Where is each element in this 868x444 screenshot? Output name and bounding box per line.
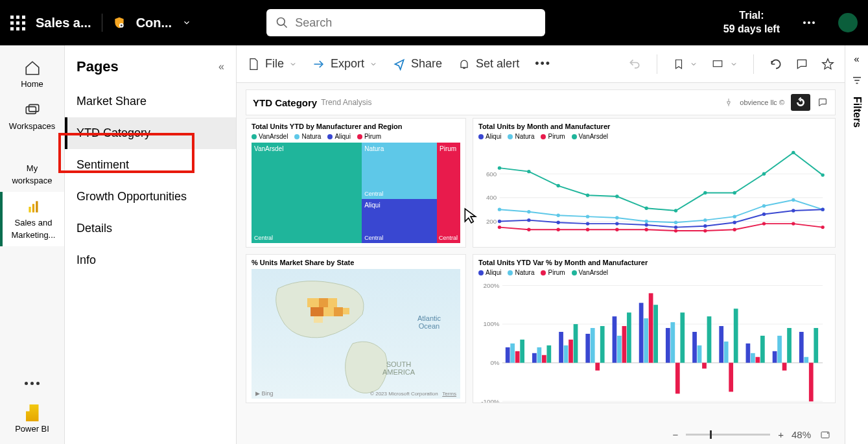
powerbi-icon [26,404,39,421]
svg-rect-157 [856,83,858,84]
svg-point-39 [821,173,824,176]
svg-point-32 [615,194,618,198]
collapse-icon[interactable]: « [218,61,224,73]
nav-home[interactable]: Home [0,53,64,95]
svg-point-37 [762,172,766,176]
page-sentiment[interactable]: Sentiment [65,149,236,181]
svg-text:100%: 100% [484,320,500,327]
svg-rect-99 [532,353,537,363]
svg-point-35 [703,191,707,194]
page-growth-opportunities[interactable]: Growth Opportunities [65,181,236,213]
viz-line-chart[interactable]: Total Units by Month and Manufacturer Al… [473,118,836,248]
avatar[interactable] [838,13,858,32]
svg-text:-100%: -100% [481,398,500,403]
svg-rect-140 [751,353,755,363]
sensitivity-label[interactable]: Con... [136,16,172,30]
svg-rect-111 [595,363,600,371]
svg-point-38 [792,151,795,154]
page-details[interactable]: Details [65,213,236,244]
map-svg [252,269,460,399]
filter-icon[interactable] [851,75,863,86]
page-info[interactable]: Info [65,244,236,276]
svg-point-43 [586,215,589,218]
svg-rect-146 [782,363,787,371]
page-ytd-category[interactable]: YTD Category [65,117,236,149]
top-bar: Sales a... Con... Trial: 59 days left [0,0,868,45]
zoom-value: 48% [792,429,811,440]
svg-rect-112 [600,326,605,363]
svg-text:200: 200 [486,218,497,225]
svg-point-42 [556,214,559,217]
star-icon[interactable] [821,58,834,71]
search-input[interactable] [295,16,536,30]
zoom-slider[interactable] [686,434,770,436]
svg-rect-95 [510,344,515,363]
svg-rect-6 [29,207,30,213]
svg-point-33 [644,207,648,210]
view-button[interactable] [710,58,738,70]
file-button[interactable]: File [247,57,297,71]
set-alert-button[interactable]: Set alert [458,57,519,71]
svg-point-74 [792,222,795,225]
svg-point-64 [498,226,501,229]
app-title[interactable]: Sales a... [36,16,91,30]
svg-point-55 [586,222,589,225]
svg-rect-8 [36,201,38,212]
svg-rect-122 [653,305,658,362]
more-icon[interactable] [803,21,815,24]
chevron-down-icon[interactable] [182,18,191,27]
svg-point-36 [733,191,736,194]
svg-point-60 [733,221,736,224]
fit-page-icon[interactable] [819,430,832,440]
zoom-out-button[interactable]: − [672,429,678,440]
filters-label[interactable]: Filters [851,97,863,128]
svg-rect-126 [675,363,680,394]
trial-status[interactable]: Trial: 59 days left [723,9,780,36]
report-canvas: YTD Category Trend Analysis obvience llc… [237,83,845,444]
share-icon [393,58,406,71]
viz-bar-chart[interactable]: Total Units YTD Var % by Month and Manuf… [473,254,836,403]
svg-point-154 [827,432,828,434]
svg-rect-4 [26,107,36,114]
sensitivity-shield-icon[interactable] [113,16,126,30]
terms-link[interactable]: Terms [442,391,456,397]
bookmark-button[interactable] [673,58,698,71]
nav-more-icon[interactable] [25,369,40,398]
nav-my-workspace[interactable]: My workspace [0,137,64,192]
svg-rect-147 [787,328,792,363]
svg-rect-115 [617,336,622,363]
bell-icon [458,58,471,71]
nav-workspaces[interactable]: Workspaces [0,95,64,137]
svg-text:200%: 200% [484,282,500,289]
zoom-control: − + 48% [672,429,832,440]
nav-sales-marketing[interactable]: Sales and Marketing... [0,192,64,246]
svg-rect-81 [334,307,343,316]
undo-icon[interactable] [628,58,641,71]
nav-powerbi[interactable]: Power BI [0,398,64,444]
svg-point-58 [674,226,677,229]
viz-treemap[interactable]: Total Units YTD by Manufacturer and Regi… [246,118,466,248]
svg-rect-156 [854,80,860,81]
more-button[interactable]: ••• [535,57,551,71]
search-box[interactable] [266,9,545,36]
svg-point-61 [762,213,766,216]
export-button[interactable]: Export [312,57,377,71]
expand-icon[interactable]: « [854,53,859,64]
svg-rect-114 [613,316,617,363]
zoom-in-button[interactable]: + [778,429,784,440]
svg-rect-5 [29,104,38,111]
share-button[interactable]: Share [393,57,442,71]
comment-icon[interactable] [817,97,828,108]
svg-rect-136 [729,363,733,392]
page-market-share[interactable]: Market Share [65,86,236,117]
svg-rect-134 [719,326,723,363]
app-launcher-icon[interactable] [10,16,25,30]
svg-rect-79 [311,307,323,316]
refresh-icon[interactable] [769,58,782,71]
comment-icon[interactable] [795,58,808,71]
svg-point-66 [556,228,559,231]
pin-icon[interactable] [724,98,733,107]
reset-button[interactable] [791,94,810,111]
viz-map[interactable]: % Units Market Share by State Atlantic O… [246,254,466,403]
svg-point-65 [527,228,530,231]
